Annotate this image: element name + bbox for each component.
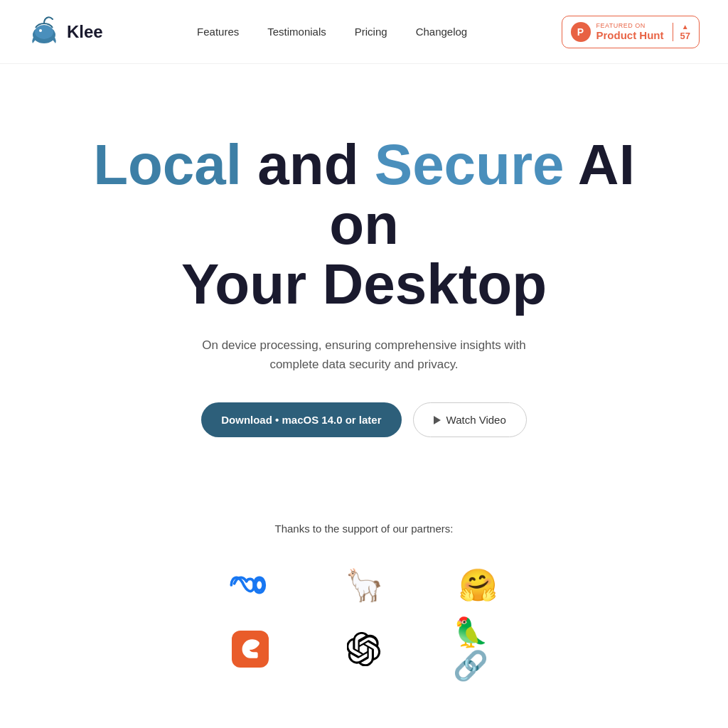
product-hunt-text: FEATURED ON Product Hunt [596, 22, 664, 41]
parrot-link-logo: 🦜🔗 [453, 624, 503, 674]
product-hunt-badge[interactable]: P FEATURED ON Product Hunt ▲ 57 [562, 16, 700, 48]
hero-title: Local and Secure AI on Your Desktop [80, 135, 648, 314]
product-hunt-votes: ▲ 57 [673, 23, 690, 41]
hero-title-line2: Your Desktop [181, 252, 547, 316]
nav-changelog[interactable]: Changelog [416, 26, 468, 38]
hero-section: Local and Secure AI on Your Desktop On d… [0, 64, 728, 480]
nav-features[interactable]: Features [197, 26, 239, 38]
watch-video-button[interactable]: Watch Video [413, 402, 527, 437]
play-icon [434, 416, 441, 424]
product-hunt-featured-label: FEATURED ON [596, 22, 664, 29]
hero-title-and: and [242, 133, 375, 196]
ollama-logo: 🦙 [339, 560, 389, 610]
partners-section: Thanks to the support of our partners: 🦙… [0, 480, 728, 702]
header: Klee Features Testimonials Pricing Chang… [0, 0, 728, 64]
svg-point-2 [39, 29, 42, 32]
upvote-triangle-icon: ▲ [682, 23, 689, 31]
main-nav: Features Testimonials Pricing Changelog [197, 26, 467, 38]
nav-testimonials[interactable]: Testimonials [267, 26, 326, 38]
svg-point-3 [255, 580, 263, 591]
hero-title-local: Local [93, 133, 242, 196]
whale-icon [28, 16, 60, 48]
vote-count: 57 [680, 31, 690, 41]
hero-buttons: Download • macOS 14.0 or later Watch Vid… [201, 402, 527, 437]
meta-logo [225, 560, 275, 610]
nav-pricing[interactable]: Pricing [355, 26, 387, 38]
logo[interactable]: Klee [28, 16, 103, 48]
product-hunt-name: Product Hunt [596, 29, 664, 41]
huggingface-logo: 🤗 [453, 560, 503, 610]
partners-grid: 🦙 🤗 🦜🔗 [215, 560, 513, 674]
hero-title-secure: Secure [375, 133, 564, 196]
openai-logo [339, 624, 389, 674]
hero-subtitle: On device processing, ensuring comprehen… [179, 336, 549, 374]
swift-logo [225, 624, 275, 674]
download-button[interactable]: Download • macOS 14.0 or later [201, 402, 401, 437]
watch-video-label: Watch Video [446, 414, 506, 426]
svg-point-1 [35, 25, 53, 39]
product-hunt-logo: P [571, 22, 591, 42]
partners-title: Thanks to the support of our partners: [275, 523, 454, 535]
logo-text: Klee [67, 22, 103, 42]
